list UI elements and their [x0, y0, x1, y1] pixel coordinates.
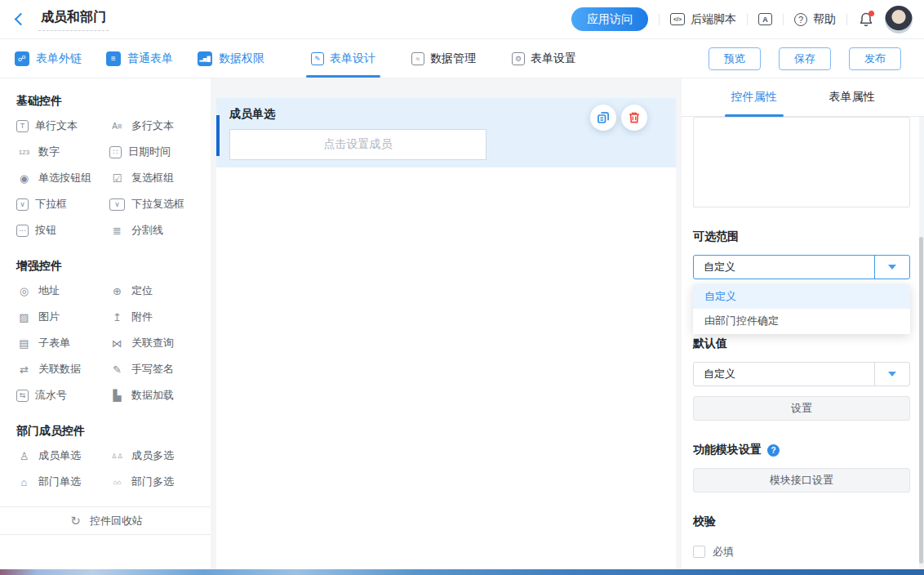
widget-recycle-bin[interactable]: ↻控件回收站 [0, 506, 211, 535]
module-section-label: 功能模块设置 [693, 443, 910, 457]
scrollbar-track[interactable] [919, 117, 924, 569]
select-range-dropdown[interactable]: 自定义 [693, 255, 910, 279]
widget-single-line-text[interactable]: T单行文本 [16, 113, 98, 139]
signature-icon: ✎ [109, 363, 125, 376]
widget-radio-group[interactable]: ◉单选按钮组 [16, 165, 98, 191]
desktop-wallpaper-strip [0, 569, 924, 575]
widget-datetime[interactable]: ∷日期时间 [109, 139, 211, 165]
widget-label: 单行文本 [35, 118, 78, 133]
divider [783, 14, 784, 25]
tab-data-management[interactable]: ≈数据管理 [411, 39, 476, 78]
widget-multi-line-text[interactable]: A≡多行文本 [109, 113, 211, 139]
member-multi-icon: ♙♙ [109, 452, 125, 460]
nav-item-form-external-link[interactable]: ☍表单外链 [15, 51, 82, 66]
default-value-dropdown[interactable]: 自定义 [693, 362, 910, 386]
designer-tabs: ✎表单设计≈数据管理⚙表单设置 [311, 39, 576, 78]
tab-widget-props[interactable]: 控件属性 [731, 78, 777, 116]
publish-button[interactable]: 发布 [849, 47, 901, 70]
checkbox-label: 必填 [713, 545, 734, 559]
widget-label: 地址 [38, 283, 60, 298]
delete-field-button[interactable] [621, 105, 647, 131]
help-circle-icon[interactable] [767, 444, 780, 457]
widget-attachment[interactable]: ↥附件 [109, 304, 211, 330]
dropdown-arrow-cell[interactable] [874, 256, 909, 279]
widget-subform[interactable]: ▤子表单 [16, 330, 98, 356]
widget-location[interactable]: ⊕定位 [109, 278, 211, 304]
widget-signature[interactable]: ✎手写签名 [109, 356, 211, 382]
widget-address[interactable]: ◎地址 [16, 278, 98, 304]
widget-button[interactable]: ⋯按钮 [16, 217, 98, 243]
option-custom[interactable]: 自定义 [693, 284, 910, 309]
widget-divider[interactable]: ≣分割线 [109, 217, 211, 243]
widget-member-multi[interactable]: ♙♙成员多选 [109, 443, 211, 469]
default-value: 自定义 [694, 367, 874, 381]
pencil-doc-icon: ✎ [311, 52, 324, 65]
tab-form-design[interactable]: ✎表单设计 [311, 39, 375, 78]
divider [659, 14, 660, 25]
select-range-open-menu: 自定义由部门控件确定 [693, 284, 910, 334]
backend-script-button[interactable]: </> 后端脚本 [670, 12, 736, 27]
help-button[interactable]: 帮助 [794, 12, 836, 27]
widget-checkbox-group[interactable]: ☑复选框组 [109, 165, 211, 191]
option-by-dept-control[interactable]: 由部门控件确定 [693, 309, 910, 333]
widget-data-load[interactable]: ▙数据加载 [109, 382, 211, 408]
widget-serial-number[interactable]: ⇆流水号 [16, 382, 98, 408]
number-icon: 123 [16, 149, 32, 156]
member-single-icon: ♙ [16, 450, 32, 462]
member-picker-input[interactable]: 点击设置成员 [229, 129, 486, 160]
widget-label: 日期时间 [128, 145, 171, 159]
duplicate-field-button[interactable] [590, 105, 616, 131]
nav-item-data-permission[interactable]: ▂▅█数据权限 [198, 51, 264, 66]
tab-label: 数据管理 [430, 51, 476, 66]
chevron-down-icon [888, 265, 896, 270]
widget-label: 关联数据 [38, 362, 81, 377]
widget-member-single[interactable]: ♙成员单选 [16, 443, 98, 469]
help-label: 帮助 [813, 12, 836, 27]
tab-form-props[interactable]: 表单属性 [829, 78, 875, 116]
widget-number[interactable]: 123数字 [16, 139, 98, 165]
datetime-icon: ∷ [109, 146, 122, 158]
dropdown-icon: ∨ [16, 198, 29, 211]
selected-field-member-single[interactable]: 成员单选 点击设置成员 [216, 98, 676, 167]
preview-button[interactable]: 预览 [709, 47, 761, 70]
save-button[interactable]: 保存 [779, 47, 831, 70]
gear-doc-icon: ⚙ [512, 52, 525, 65]
widget-label: 下拉框 [35, 197, 67, 212]
widget-dropdown-multi[interactable]: ∨下拉复选框 [109, 191, 211, 217]
tab-form-settings[interactable]: ⚙表单设置 [512, 39, 576, 78]
dept-single-icon: ⌂ [16, 476, 32, 488]
scrolled-property-box[interactable] [693, 117, 910, 207]
checkbox-required[interactable] [693, 546, 705, 558]
validation-checkboxes: 必填不允许重复值 [693, 540, 910, 569]
page-title: 成员和部门 [41, 10, 106, 24]
module-api-button[interactable]: 模块接口设置 [693, 468, 910, 493]
notification-dot [868, 11, 874, 16]
dropdown-arrow-cell[interactable] [874, 363, 909, 386]
app-access-button[interactable]: 应用访问 [571, 7, 648, 31]
widget-dept-multi[interactable]: ⌂⌂部门多选 [109, 469, 211, 495]
form-title-editable[interactable]: 成员和部门 [38, 8, 109, 31]
notification-bell-button[interactable] [858, 11, 874, 28]
linked-data-icon: ⇄ [16, 363, 32, 376]
widget-dept-single[interactable]: ⌂部门单选 [16, 469, 98, 495]
widget-label: 下拉复选框 [131, 197, 184, 212]
document-icon: ≡ [106, 51, 121, 66]
widget-linked-data[interactable]: ⇄关联数据 [16, 356, 98, 382]
scrollbar-thumb[interactable] [919, 237, 923, 564]
form-sheet[interactable]: 成员单选 点击设置成员 [216, 98, 676, 569]
widget-label: 手写签名 [131, 362, 174, 377]
radio-group-icon: ◉ [16, 172, 32, 185]
widget-linked-query[interactable]: ⋈关联查询 [109, 330, 211, 356]
widget-section-title: 部门成员控件 [16, 424, 211, 439]
widget-image[interactable]: ▨图片 [16, 304, 98, 330]
checkbox-label: 不允许重复值 [713, 568, 776, 570]
form-type-switcher: ☍表单外链≡普通表单▂▅█数据权限 [15, 51, 264, 66]
nav-item-normal-form[interactable]: ≡普通表单 [106, 51, 173, 66]
user-avatar[interactable] [885, 6, 913, 33]
form-nav-bar: ☍表单外链≡普通表单▂▅█数据权限 ✎表单设计≈数据管理⚙表单设置 预览保存发布 [0, 39, 924, 78]
contact-book-button[interactable]: A [758, 13, 772, 25]
widget-dropdown[interactable]: ∨下拉框 [16, 191, 98, 217]
button-icon: ⋯ [16, 225, 29, 237]
set-button[interactable]: 设置 [693, 396, 910, 421]
back-chevron-icon[interactable] [15, 13, 28, 26]
